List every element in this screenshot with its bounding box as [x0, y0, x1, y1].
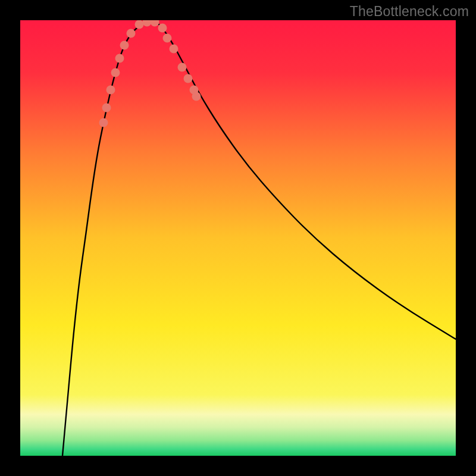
left-curve — [62, 23, 145, 456]
right-curve — [157, 23, 456, 339]
data-marker — [120, 41, 129, 50]
data-marker — [111, 68, 120, 77]
data-marker — [158, 24, 167, 33]
data-marker — [192, 92, 201, 101]
data-marker — [135, 20, 144, 29]
watermark-text: TheBottleneck.com — [350, 4, 469, 20]
data-marker — [178, 63, 187, 72]
data-marker — [143, 20, 152, 27]
data-marker — [151, 20, 159, 27]
chart-overlay — [20, 20, 456, 456]
chart-frame — [20, 20, 456, 456]
data-marker — [107, 86, 115, 95]
data-marker — [170, 45, 178, 54]
data-marker — [163, 34, 172, 43]
data-marker — [127, 29, 136, 38]
data-marker — [115, 54, 124, 63]
data-marker — [102, 104, 111, 112]
data-marker — [184, 74, 193, 83]
data-markers — [99, 20, 201, 127]
data-marker — [99, 118, 108, 127]
